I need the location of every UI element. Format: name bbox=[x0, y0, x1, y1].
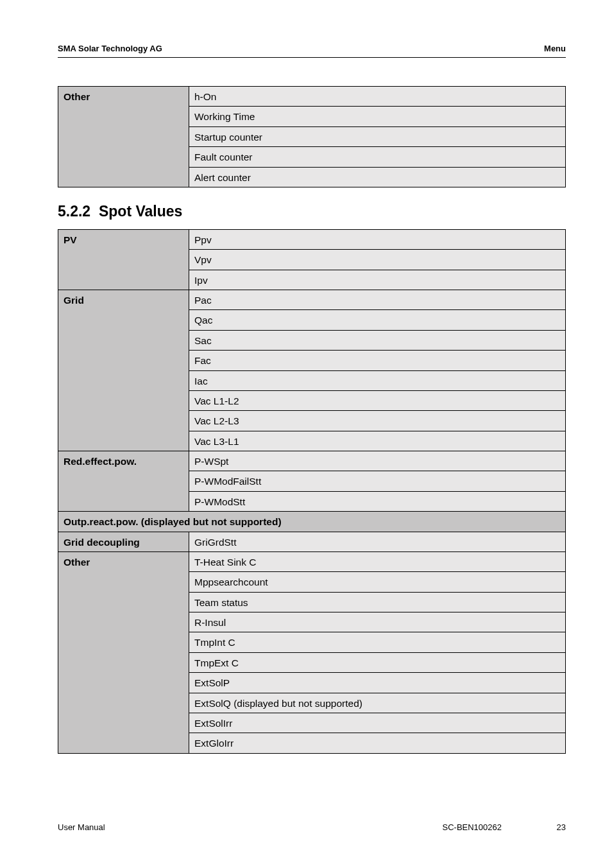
value-cell: Ppv bbox=[189, 229, 566, 249]
section-number: 5.2.2 bbox=[58, 203, 90, 220]
section-title-text: Spot Values bbox=[99, 203, 182, 220]
value-cell: T-Heat Sink C bbox=[189, 551, 566, 571]
value-cell: Working Time bbox=[189, 107, 566, 126]
value-cell: ExtSolIrr bbox=[189, 713, 566, 733]
category-cell: Other bbox=[58, 87, 189, 187]
header-page-label: Menu bbox=[544, 44, 566, 53]
section-heading: 5.2.2 Spot Values bbox=[58, 203, 566, 220]
value-cell: R-Insul bbox=[189, 612, 566, 632]
header-company: SMA Solar Technology AG bbox=[58, 44, 162, 53]
value-cell: ExtSolP bbox=[189, 673, 566, 693]
footer-center: SC-BEN100262 bbox=[443, 822, 502, 832]
value-cell: Vpv bbox=[189, 250, 566, 270]
category-cell: Grid bbox=[58, 290, 189, 451]
table-other: Other h-On Working Time Startup counter … bbox=[58, 86, 566, 187]
value-cell: ExtSolQ (displayed but not supported) bbox=[189, 693, 566, 713]
value-cell: TmpExt C bbox=[189, 652, 566, 672]
value-cell: ExtGloIrr bbox=[189, 733, 566, 753]
footer-right: 23 bbox=[557, 822, 566, 832]
footer-left: User Manual bbox=[58, 822, 105, 832]
value-cell: h-On bbox=[189, 87, 566, 107]
value-cell: Qac bbox=[189, 310, 566, 330]
value-cell: Vac L1-L2 bbox=[189, 390, 566, 410]
value-cell: Ipv bbox=[189, 270, 566, 290]
value-cell: P-WModStt bbox=[189, 491, 566, 511]
value-cell: Startup counter bbox=[189, 126, 566, 146]
value-cell: Fac bbox=[189, 351, 566, 370]
category-cell: PV bbox=[58, 229, 189, 290]
value-cell: Pac bbox=[189, 290, 566, 310]
page-header: SMA Solar Technology AG Menu bbox=[58, 44, 566, 53]
value-cell: GriGrdStt bbox=[189, 532, 566, 551]
value-cell: P-WModFailStt bbox=[189, 471, 566, 491]
table-spot-values: PV Ppv Vpv Ipv Grid Pac Qac Sac Fac Iac … bbox=[58, 229, 566, 754]
page-footer: User Manual SC-BEN100262 23 bbox=[58, 822, 566, 832]
header-rule bbox=[58, 57, 566, 58]
value-cell: Fault counter bbox=[189, 147, 566, 167]
spanning-row: Outp.react.pow. (displayed but not suppo… bbox=[58, 512, 566, 532]
category-cell: Red.effect.pow. bbox=[58, 451, 189, 512]
value-cell: Mppsearchcount bbox=[189, 572, 566, 592]
value-cell: Team status bbox=[189, 592, 566, 612]
value-cell: Iac bbox=[189, 370, 566, 390]
value-cell: TmpInt C bbox=[189, 632, 566, 652]
value-cell: Sac bbox=[189, 330, 566, 350]
category-cell: Grid decoupling bbox=[58, 532, 189, 551]
value-cell: Vac L3-L1 bbox=[189, 431, 566, 451]
value-cell: Vac L2-L3 bbox=[189, 411, 566, 431]
category-cell: Other bbox=[58, 551, 189, 753]
value-cell: P-WSpt bbox=[189, 451, 566, 471]
value-cell: Alert counter bbox=[189, 167, 566, 187]
